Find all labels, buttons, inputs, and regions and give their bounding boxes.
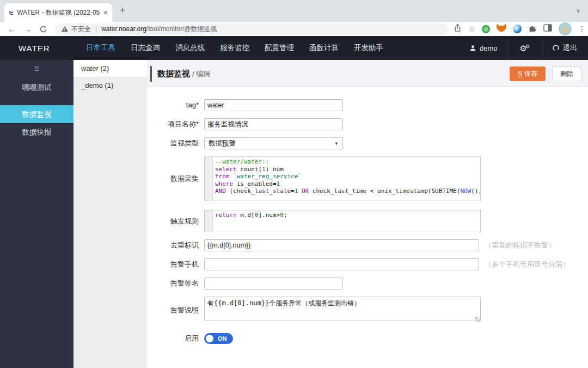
bookmark-star-icon[interactable]: ☆ xyxy=(468,25,475,33)
tag-item-demo[interactable]: _demo (1) xyxy=(74,77,147,94)
address-bar[interactable]: 不安全 | water.noear.org/tool/monitor/@数据监视 xyxy=(55,23,448,35)
extensions-puzzle-icon[interactable] xyxy=(528,23,537,34)
not-secure-warning-icon xyxy=(62,26,68,32)
dedup-hint: （重复的标识不告警） xyxy=(485,239,555,251)
monitor-type-select[interactable]: 数据预警 ▼ xyxy=(204,137,343,149)
project-name-label: 项目名称* xyxy=(147,118,199,130)
data-collect-code-editor[interactable]: --water/water::select count(1) numfrom `… xyxy=(204,156,481,201)
menu-icon[interactable]: ≡ xyxy=(0,60,74,79)
sidebar-spacer xyxy=(0,96,74,105)
header-right: demo ⚙⚙ 退出 xyxy=(458,36,588,60)
main-nav: 日常工具 日志查询 消息总线 服务监控 配置管理 函数计算 开发助手 xyxy=(86,43,383,53)
alert-phones-input[interactable] xyxy=(204,258,479,270)
alert-desc-wrap: 有{{m.d[0].num}}个服务异常（或服务监测出错） xyxy=(204,297,481,323)
sidebar-item-data-report[interactable]: 数据快报 xyxy=(0,123,74,141)
sidebar: ≡ 嘿嘿测试 数据监视 数据快报 xyxy=(0,60,74,368)
page-title-sub: / 编辑 xyxy=(192,70,210,78)
nav-dev-assistant[interactable]: 开发助手 xyxy=(354,43,383,53)
share-icon[interactable] xyxy=(454,23,462,34)
settings-button[interactable]: ⚙⚙ xyxy=(508,36,541,60)
browser-tab[interactable]: ≈ WATER - 数据监视 (2022-05-0 × xyxy=(4,3,112,22)
profile-avatar[interactable] xyxy=(559,22,572,35)
tag-label: tag* xyxy=(147,99,199,111)
save-accesskey: S xyxy=(518,70,522,78)
user-icon xyxy=(469,45,476,52)
trigger-rule-code-editor[interactable]: return m.d[0].num>0; xyxy=(204,210,481,232)
alert-desc-textarea[interactable]: 有{{m.d[0].num}}个服务异常（或服务监测出错） xyxy=(204,297,481,321)
logout-label: 退出 xyxy=(563,43,577,53)
tab-search-chevron-icon[interactable]: ∨ xyxy=(576,7,580,14)
monitor-type-value: 数据预警 xyxy=(209,139,236,148)
page-title: 数据监视/ 编辑 xyxy=(157,60,210,88)
tag-list-panel: water (2) _demo (1) xyxy=(74,60,147,368)
side-panel-icon[interactable] xyxy=(543,24,552,34)
delete-button[interactable]: 删除 xyxy=(552,67,581,81)
tab-title: WATER - 数据监视 (2022-05-0 xyxy=(17,8,100,17)
toggle-knob xyxy=(206,335,213,342)
enabled-label: 启用 xyxy=(147,333,199,345)
sql-code[interactable]: --water/water::select count(1) numfrom `… xyxy=(213,157,480,201)
rule-code[interactable]: return m.d[0].num>0; xyxy=(213,210,480,232)
browser-window: ≈ WATER - 数据监视 (2022-05-0 × + ∨ ← → 不安全 … xyxy=(0,0,588,368)
alert-phones-hint: （多个手机号用逗号分隔） xyxy=(485,258,569,270)
url-path: /tool/monitor/@数据监视 xyxy=(146,25,217,34)
toggle-state-label: ON xyxy=(218,333,227,344)
editor-gutter xyxy=(205,157,213,201)
enabled-toggle[interactable]: ON xyxy=(204,333,233,344)
water-favicon-icon: ≈ xyxy=(9,9,13,17)
reload-icon[interactable] xyxy=(39,25,47,33)
browser-tab-strip: ≈ WATER - 数据监视 (2022-05-0 × + ∨ xyxy=(0,0,588,22)
editor-gutter xyxy=(205,210,213,232)
nav-service-monitor[interactable]: 服务监控 xyxy=(220,43,249,53)
user-menu[interactable]: demo xyxy=(458,36,509,60)
tag-input[interactable] xyxy=(204,99,343,111)
browser-toolbar: ← → 不安全 | water.noear.org/tool/monitor/@… xyxy=(0,22,588,36)
monitor-type-label: 监视类型 xyxy=(147,137,199,149)
tag-item-water[interactable]: water (2) xyxy=(74,60,147,77)
nav-log-query[interactable]: 日志查询 xyxy=(131,43,160,53)
sidebar-item-data-monitor[interactable]: 数据监视 xyxy=(0,105,74,123)
gear-icon: ⚙⚙ xyxy=(519,44,530,52)
username-label: demo xyxy=(480,44,498,52)
dedup-input[interactable] xyxy=(204,239,479,251)
not-secure-label[interactable]: 不安全 xyxy=(71,25,91,34)
back-icon[interactable]: ← xyxy=(8,25,16,33)
nav-daily-tools[interactable]: 日常工具 xyxy=(86,43,115,53)
page-header: 数据监视/ 编辑 S 保存 删除 xyxy=(147,60,588,87)
alert-sign-input[interactable] xyxy=(204,277,343,289)
toolbar-icons: ☆ ⋮ xyxy=(454,22,588,35)
save-label: 保存 xyxy=(524,69,537,79)
close-tab-icon[interactable]: × xyxy=(103,8,108,17)
extension-green-icon[interactable] xyxy=(482,25,490,33)
save-button[interactable]: S 保存 xyxy=(510,67,546,81)
nav-config-mgmt[interactable]: 配置管理 xyxy=(265,43,294,53)
extension-blue-swirl-icon[interactable] xyxy=(513,25,522,33)
page-title-main: 数据监视 xyxy=(157,69,190,78)
power-icon xyxy=(552,44,560,52)
logout-button[interactable]: 退出 xyxy=(541,36,588,60)
data-collect-label: 数据采集 xyxy=(147,173,199,185)
trigger-rule-label: 触发规则 xyxy=(147,215,199,227)
nav-message-bus[interactable]: 消息总线 xyxy=(175,43,205,53)
nav-function-compute[interactable]: 函数计算 xyxy=(309,43,339,53)
dedup-label: 去重标识 xyxy=(147,239,199,251)
delete-label: 删除 xyxy=(560,69,573,79)
project-name-input[interactable] xyxy=(204,118,343,130)
action-buttons: S 保存 删除 xyxy=(510,67,581,81)
main-content: 数据监视/ 编辑 S 保存 删除 tag* 项目名称* xyxy=(147,60,588,368)
url-domain: water.noear.org xyxy=(101,25,146,33)
alert-desc-label: 告警说明 xyxy=(147,304,199,316)
alert-phones-label: 告警手机 xyxy=(147,258,199,270)
app-header: WATER 日常工具 日志查询 消息总线 服务监控 配置管理 函数计算 开发助手… xyxy=(0,36,588,60)
monitor-edit-form: tag* 项目名称* 监视类型 数据预警 ▼ 数据采集 --water/wate… xyxy=(147,87,588,345)
metamask-fox-icon[interactable] xyxy=(497,23,506,35)
forward-icon[interactable]: → xyxy=(23,25,32,33)
url-separator: | xyxy=(95,25,97,33)
browser-menu-icon[interactable]: ⋮ xyxy=(578,25,586,33)
chevron-down-icon: ▼ xyxy=(334,141,339,146)
alert-sign-label: 告警签名 xyxy=(147,277,199,289)
title-accent-bar xyxy=(150,66,152,82)
sidebar-item-heihei-test[interactable]: 嘿嘿测试 xyxy=(0,79,74,96)
app-brand[interactable]: WATER xyxy=(19,44,66,53)
new-tab-button[interactable]: + xyxy=(120,5,126,15)
